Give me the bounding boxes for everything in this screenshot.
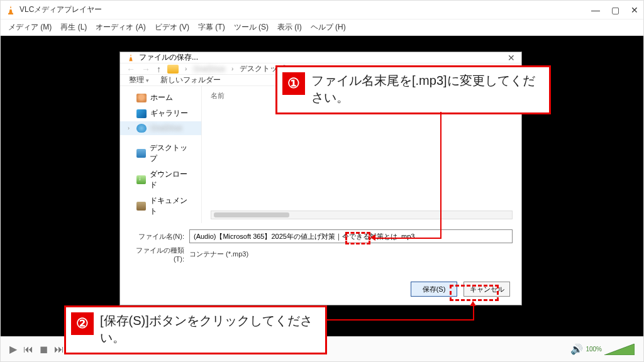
maximize-button[interactable]: ▢ (611, 5, 619, 15)
menubar: メディア (M) 再生 (L) オーディオ (A) ビデオ (V) 字幕 (T)… (1, 19, 643, 36)
callout-1-number: ① (282, 72, 305, 95)
arrow-2-h (327, 319, 474, 321)
nav-desktop[interactable]: デスクトップ (120, 140, 201, 167)
download-icon (136, 175, 147, 184)
nav-forward-icon[interactable]: → (142, 64, 150, 74)
volume-control[interactable]: 🔊 100% (570, 343, 635, 355)
minimize-button[interactable]: ― (591, 5, 600, 15)
menu-media[interactable]: メディア (M) (8, 22, 52, 33)
menu-help[interactable]: ヘルプ (H) (311, 22, 346, 33)
dialog-close-icon[interactable]: ✕ (508, 53, 515, 63)
close-button[interactable]: ✕ (631, 5, 638, 15)
titlebar: VLCメディアプレイヤー ― ▢ ✕ (1, 1, 643, 19)
breadcrumb-sep: › (231, 65, 233, 72)
highlight-extension (345, 232, 370, 244)
organize-menu[interactable]: 整理 (129, 75, 149, 85)
play-icon[interactable]: ▶ (9, 343, 17, 355)
menu-playback[interactable]: 再生 (L) (60, 22, 87, 33)
callout-2: ② [保存(S)]ボタンをクリックしてください。 (64, 305, 327, 354)
arrow-1-h (375, 238, 441, 239)
menu-subtitle[interactable]: 字幕 (T) (198, 22, 225, 33)
nav-gallery[interactable]: ギャラリー (120, 106, 201, 121)
nav-downloads[interactable]: ダウンロード (120, 167, 201, 193)
nav-back-icon[interactable]: ← (126, 64, 135, 74)
filename-value-ext: .mp3 (399, 233, 414, 240)
vlc-cone-icon (6, 5, 16, 15)
menu-audio[interactable]: オーディオ (A) (96, 22, 145, 33)
vlc-cone-icon (126, 53, 135, 62)
nav-documents[interactable]: ドキュメント (120, 193, 201, 219)
callout-1: ① ファイル名末尾を[.mp3]に変更してください。 (275, 65, 551, 114)
next-icon[interactable]: ⏭ (54, 344, 64, 355)
svg-marker-4 (129, 53, 132, 60)
horizontal-scrollbar[interactable] (211, 211, 513, 219)
filename-label: ファイル名(N): (129, 232, 184, 241)
breadcrumb-sep: › (185, 65, 187, 72)
callout-2-text: [保存(S)]ボタンをクリックしてください。 (100, 314, 313, 344)
svg-marker-0 (9, 6, 13, 14)
filetype-label: ファイルの種類(T): (129, 246, 184, 263)
callout-2-number: ② (71, 312, 94, 335)
prev-icon[interactable]: ⏮ (23, 344, 33, 355)
nav-pane: ホーム ギャラリー ›OneDrive デスクトップ ダウンロード ドキュメント (120, 86, 202, 223)
dialog-title: ファイルの保存... (139, 52, 508, 63)
callout-1-text: ファイル名末尾を[.mp3]に変更してください。 (311, 74, 535, 104)
svg-rect-2 (8, 13, 13, 14)
arrow-1-head (370, 234, 375, 241)
menu-tools[interactable]: ツール (S) (234, 22, 269, 33)
svg-marker-3 (604, 344, 635, 355)
window-controls: ― ▢ ✕ (591, 5, 638, 15)
folder-icon (167, 65, 179, 74)
new-folder-button[interactable]: 新しいフォルダー (160, 75, 221, 85)
highlight-save-button (450, 285, 499, 301)
stop-icon[interactable]: ◼ (40, 343, 48, 355)
menu-video[interactable]: ビデオ (V) (155, 22, 189, 33)
nav-up-icon[interactable]: ↑ (157, 64, 161, 74)
gallery-icon (136, 109, 147, 118)
dialog-titlebar: ファイルの保存... ✕ (120, 52, 521, 63)
document-icon (136, 202, 147, 211)
nav-onedrive[interactable]: ›OneDrive (120, 121, 201, 135)
breadcrumb-hidden[interactable]: OneDrive (193, 65, 225, 74)
arrow-1-v (440, 112, 441, 238)
svg-rect-1 (9, 8, 13, 9)
speaker-icon[interactable]: 🔊 (570, 343, 583, 355)
filetype-value[interactable]: コンテナー (*.mp3) (189, 250, 248, 259)
desktop-icon (136, 149, 147, 158)
field-area: ファイル名(N): (Audio)【Microsoft 365】2025年の値上… (120, 223, 521, 269)
nav-home[interactable]: ホーム (120, 90, 201, 106)
onedrive-icon (136, 124, 147, 133)
volume-triangle-icon[interactable] (604, 344, 635, 355)
app-title: VLCメディアプレイヤー (19, 4, 591, 15)
arrow-2-head (470, 301, 476, 306)
arrow-2-v (473, 305, 474, 321)
volume-percent: 100% (586, 346, 602, 353)
svg-rect-5 (130, 56, 132, 57)
home-icon (136, 94, 147, 102)
menu-view[interactable]: 表示 (I) (277, 22, 302, 33)
